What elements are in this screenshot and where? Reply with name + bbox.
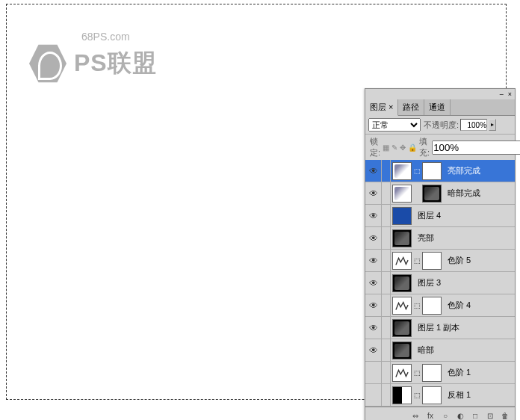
layer-name-label[interactable]: 暗部完成 — [448, 188, 480, 199]
watermark-logo: PS联盟 — [29, 43, 157, 84]
layer-mask-thumb[interactable] — [422, 162, 442, 180]
layer-mask-thumb[interactable] — [422, 364, 442, 382]
link-col — [382, 160, 391, 182]
lock-all-icon[interactable]: 🔒 — [408, 142, 417, 152]
layer-thumb[interactable] — [392, 342, 412, 359]
minimize-icon[interactable]: – — [500, 90, 504, 98]
levels-adjustment-icon[interactable] — [392, 364, 412, 382]
tab-layers[interactable]: 图层 × — [365, 99, 398, 116]
panel-controls: – × — [365, 89, 515, 99]
layer-row[interactable]: 👁⬚色阶 5 — [365, 250, 515, 272]
lock-transparent-icon[interactable]: ▦ — [383, 142, 389, 152]
visibility-toggle[interactable] — [365, 384, 382, 406]
mask-link-icon[interactable]: ⬚ — [413, 257, 421, 265]
logo-hex-icon — [29, 43, 66, 84]
layer-mask-thumb[interactable] — [422, 297, 442, 315]
layer-thumb[interactable] — [392, 229, 412, 247]
visibility-toggle[interactable]: 👁 — [365, 272, 382, 294]
watermark-text: PS联盟 — [74, 47, 157, 80]
layer-name-label[interactable]: 图层 1 副本 — [418, 322, 459, 333]
link-col — [382, 384, 391, 406]
panel-bottom-bar: ⇔ fx ○ ◐ □ ⊡ 🗑 — [365, 407, 515, 420]
link-col — [382, 339, 391, 361]
mask-link-icon[interactable]: ⬚ — [413, 369, 421, 377]
lock-position-icon[interactable]: ✥ — [400, 142, 406, 152]
eye-icon: 👁 — [369, 323, 378, 333]
layer-row[interactable]: 👁⬚亮部完成 — [365, 160, 515, 182]
eye-icon: 👁 — [369, 345, 378, 356]
layer-mask-thumb[interactable] — [422, 185, 442, 203]
layers-list: 👁⬚亮部完成👁暗部完成👁图层 4👁亮部👁⬚色阶 5👁图层 3👁⬚色阶 4👁图层 … — [365, 160, 515, 407]
layer-name-label[interactable]: 色阶 1 — [448, 367, 471, 378]
layer-row[interactable]: 👁暗部完成 — [365, 182, 515, 205]
layer-thumb[interactable] — [392, 274, 412, 292]
levels-adjustment-icon[interactable] — [392, 252, 412, 270]
trash-icon[interactable]: 🗑 — [498, 410, 512, 420]
visibility-toggle[interactable]: 👁 — [365, 227, 382, 249]
layer-row[interactable]: 👁暗部 — [365, 339, 515, 362]
layer-name-label[interactable]: 亮部完成 — [448, 165, 480, 176]
mask-icon[interactable]: ○ — [439, 410, 452, 420]
tab-channels[interactable]: 通道 — [424, 99, 451, 115]
layer-mask-thumb[interactable] — [422, 252, 442, 270]
link-layers-icon[interactable]: ⇔ — [409, 410, 422, 420]
link-col — [382, 250, 391, 271]
visibility-toggle[interactable]: 👁 — [365, 182, 382, 204]
mask-link-icon[interactable]: ⬚ — [413, 167, 421, 175]
visibility-toggle[interactable]: 👁 — [365, 205, 382, 226]
eye-icon: 👁 — [369, 300, 378, 311]
blend-mode-select[interactable]: 正常 — [368, 118, 421, 132]
link-col — [382, 317, 391, 339]
layer-name-label[interactable]: 图层 3 — [418, 277, 441, 288]
eye-icon: 👁 — [369, 166, 378, 176]
layer-name-label[interactable]: 色阶 4 — [448, 300, 471, 311]
fill-input[interactable] — [432, 140, 520, 155]
layer-row[interactable]: ⬚色阶 1 — [365, 362, 515, 384]
link-col — [382, 362, 391, 383]
visibility-toggle[interactable]: 👁 — [365, 294, 382, 316]
adjustment-icon[interactable]: ◐ — [454, 410, 467, 420]
visibility-toggle[interactable]: 👁 — [365, 250, 382, 271]
layer-name-label[interactable]: 暗部 — [418, 345, 434, 356]
group-icon[interactable]: □ — [468, 410, 482, 420]
layer-name-label[interactable]: 反相 1 — [448, 389, 471, 401]
mask-link-icon[interactable]: ⬚ — [413, 392, 421, 399]
visibility-toggle[interactable]: 👁 — [365, 317, 382, 339]
layer-thumb[interactable] — [392, 185, 412, 203]
layer-name-label[interactable]: 图层 4 — [418, 210, 441, 221]
layer-row[interactable]: 👁亮部 — [365, 227, 515, 250]
invert-adjustment-icon[interactable] — [392, 386, 412, 404]
layer-thumb[interactable] — [392, 207, 412, 225]
mask-link-icon[interactable]: ⬚ — [413, 302, 421, 309]
link-col — [382, 272, 391, 294]
link-col — [382, 227, 391, 249]
layer-row[interactable]: 👁⬚色阶 4 — [365, 294, 515, 317]
visibility-toggle[interactable]: 👁 — [365, 160, 382, 182]
tab-paths[interactable]: 路径 — [398, 99, 424, 115]
fx-icon[interactable]: fx — [424, 410, 437, 420]
eye-icon: 👁 — [369, 211, 378, 221]
levels-adjustment-icon[interactable] — [392, 297, 412, 315]
layer-name-label[interactable]: 色阶 5 — [448, 255, 471, 266]
lock-pixels-icon[interactable]: ✎ — [391, 142, 397, 152]
layer-thumb[interactable] — [392, 319, 412, 337]
opacity-flyout-icon[interactable]: ▸ — [489, 119, 496, 131]
layers-panel: – × 图层 × 路径 通道 正常 不透明度: ▸ 锁定: ▦ ✎ ✥ 🔒 填充… — [365, 88, 516, 420]
visibility-toggle[interactable] — [365, 362, 382, 383]
eye-icon: 👁 — [369, 278, 378, 288]
layer-row[interactable]: 👁图层 1 副本 — [365, 317, 515, 339]
new-layer-icon[interactable]: ⊡ — [483, 410, 497, 420]
layer-mask-thumb[interactable] — [422, 386, 442, 404]
close-icon[interactable]: × — [508, 90, 512, 98]
layer-thumb[interactable] — [392, 162, 412, 180]
layer-name-label[interactable]: 亮部 — [418, 232, 434, 244]
opacity-input[interactable] — [460, 119, 487, 131]
layer-row[interactable]: 👁图层 3 — [365, 272, 515, 294]
blend-opacity-row: 正常 不透明度: ▸ — [365, 116, 515, 134]
panel-tabs: 图层 × 路径 通道 — [365, 99, 515, 116]
lock-fill-row: 锁定: ▦ ✎ ✥ 🔒 填充: ▸ — [365, 134, 515, 160]
layer-row[interactable]: 👁图层 4 — [365, 205, 515, 227]
link-col — [382, 182, 391, 204]
visibility-toggle[interactable]: 👁 — [365, 339, 382, 361]
layer-row[interactable]: ⬚反相 1 — [365, 384, 515, 407]
